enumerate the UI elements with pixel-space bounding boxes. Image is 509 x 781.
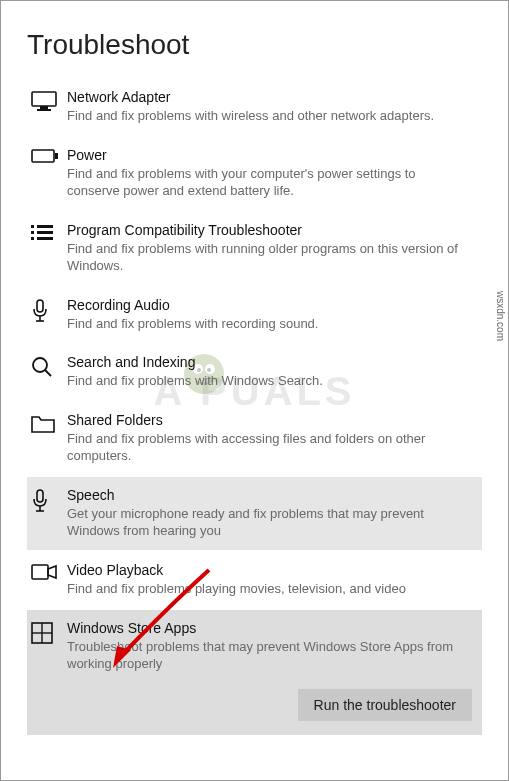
- svg-rect-25: [32, 565, 48, 579]
- svg-rect-11: [31, 225, 34, 228]
- troubleshoot-item-program-compatibility[interactable]: Program Compatibility Troubleshooter Fin…: [27, 212, 482, 285]
- item-title: Speech: [67, 487, 470, 503]
- item-title: Recording Audio: [67, 297, 470, 313]
- svg-rect-10: [55, 153, 58, 159]
- list-icon: [31, 222, 67, 242]
- item-desc: Find and fix problems playing movies, te…: [67, 580, 470, 598]
- item-desc: Find and fix problems with running older…: [67, 240, 470, 275]
- troubleshoot-item-network-adapter[interactable]: Network Adapter Find and fix problems wi…: [27, 79, 482, 135]
- item-desc: Find and fix problems with Windows Searc…: [67, 372, 470, 390]
- item-title: Network Adapter: [67, 89, 470, 105]
- search-icon: [31, 354, 67, 378]
- item-title: Power: [67, 147, 470, 163]
- troubleshoot-item-search-indexing[interactable]: Search and Indexing Find and fix problem…: [27, 344, 482, 400]
- item-title: Program Compatibility Troubleshooter: [67, 222, 470, 238]
- svg-rect-13: [31, 231, 34, 234]
- item-desc: Find and fix problems with wireless and …: [67, 107, 470, 125]
- item-title: Video Playback: [67, 562, 470, 578]
- svg-rect-7: [40, 106, 48, 109]
- svg-point-20: [33, 358, 47, 372]
- microphone-icon: [31, 487, 67, 513]
- run-button-row: Run the troubleshooter: [27, 683, 482, 735]
- item-desc: Troubleshoot problems that may prevent W…: [67, 638, 470, 673]
- troubleshoot-item-shared-folders[interactable]: Shared Folders Find and fix problems wit…: [27, 402, 482, 475]
- item-desc: Find and fix problems with your computer…: [67, 165, 470, 200]
- svg-rect-15: [31, 237, 34, 240]
- item-desc: Find and fix problems with recording sou…: [67, 315, 470, 333]
- svg-rect-6: [32, 92, 56, 106]
- microphone-icon: [31, 297, 67, 323]
- run-troubleshooter-button[interactable]: Run the troubleshooter: [298, 689, 472, 721]
- video-camera-icon: [31, 562, 67, 580]
- battery-icon: [31, 147, 67, 163]
- apps-grid-icon: [31, 620, 67, 644]
- svg-rect-12: [37, 225, 53, 228]
- svg-rect-17: [37, 300, 43, 312]
- svg-rect-16: [37, 237, 53, 240]
- item-title: Shared Folders: [67, 412, 470, 428]
- page-title: Troubleshoot: [27, 29, 482, 61]
- monitor-icon: [31, 89, 67, 113]
- item-title: Windows Store Apps: [67, 620, 470, 636]
- svg-rect-22: [37, 490, 43, 502]
- troubleshoot-item-windows-store-apps[interactable]: Windows Store Apps Troubleshoot problems…: [27, 610, 482, 683]
- item-title: Search and Indexing: [67, 354, 470, 370]
- item-desc: Find and fix problems with accessing fil…: [67, 430, 470, 465]
- troubleshoot-item-video-playback[interactable]: Video Playback Find and fix problems pla…: [27, 552, 482, 608]
- svg-rect-8: [37, 109, 51, 111]
- folder-icon: [31, 412, 67, 434]
- troubleshoot-item-power[interactable]: Power Find and fix problems with your co…: [27, 137, 482, 210]
- troubleshoot-item-recording-audio[interactable]: Recording Audio Find and fix problems wi…: [27, 287, 482, 343]
- item-desc: Get your microphone ready and fix proble…: [67, 505, 470, 540]
- svg-rect-14: [37, 231, 53, 234]
- troubleshoot-item-speech[interactable]: Speech Get your microphone ready and fix…: [27, 477, 482, 550]
- svg-rect-9: [32, 150, 54, 162]
- svg-line-21: [45, 370, 51, 376]
